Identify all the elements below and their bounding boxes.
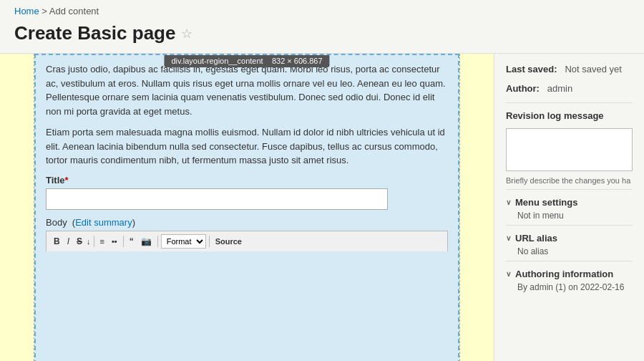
editor-toolbar: B I S ↓ ≡ •• “ 📷 Format Source xyxy=(46,231,448,251)
author-label: Author: xyxy=(506,83,540,94)
left-gutter xyxy=(0,54,34,361)
content-region: div.layout-region__content 832 × 606.867… xyxy=(34,54,459,361)
authoring-section: ∨ Authoring information By admin (1) on … xyxy=(506,261,633,292)
url-alias-header[interactable]: ∨ URL alias xyxy=(506,233,633,244)
url-alias-section: ∨ URL alias No alias xyxy=(506,225,633,256)
revision-note: Briefly describe the changes you ha xyxy=(506,176,633,185)
bold-button[interactable]: B xyxy=(51,235,63,248)
author-value: admin xyxy=(547,83,572,94)
right-gutter xyxy=(459,54,494,361)
sidebar: Last saved: Not saved yet Author: admin … xyxy=(494,54,644,361)
url-alias-value: No alias xyxy=(506,246,633,256)
blockquote-button[interactable]: “ xyxy=(127,235,137,248)
divider-4 xyxy=(209,236,210,247)
region-tooltip: div.layout-region__content 832 × 606.867 xyxy=(164,54,329,67)
source-button[interactable]: Source xyxy=(213,236,245,247)
breadcrumb: Home > Add content xyxy=(0,0,644,19)
breadcrumb-separator: > xyxy=(42,6,47,16)
url-alias-label: URL alias xyxy=(515,233,557,244)
format-select[interactable]: Format xyxy=(161,234,206,249)
authoring-chevron-icon: ∨ xyxy=(506,270,511,278)
body-label: Body (Edit summary) xyxy=(46,217,448,228)
breadcrumb-current: Add content xyxy=(49,6,99,16)
breadcrumb-home[interactable]: Home xyxy=(14,6,39,16)
divider-3 xyxy=(157,236,158,247)
menu-settings-value: Not in menu xyxy=(506,211,633,221)
page-title: Create Basic page xyxy=(14,22,175,44)
italic-button[interactable]: I xyxy=(64,235,72,248)
favorite-icon[interactable]: ☆ xyxy=(181,26,192,42)
last-saved-label: Last saved: xyxy=(506,64,557,74)
page-title-bar: Create Basic page ☆ xyxy=(0,19,644,54)
divider-1 xyxy=(94,236,94,247)
divider-2 xyxy=(123,236,124,247)
revision-textarea[interactable] xyxy=(506,128,633,171)
paragraph-2: Etiam porta sem malesuada magna mollis e… xyxy=(46,125,448,168)
image-button[interactable]: 📷 xyxy=(138,235,155,248)
menu-settings-section: ∨ Menu settings Not in menu xyxy=(506,189,633,221)
title-label: Title* xyxy=(46,175,448,186)
strikethrough-button[interactable]: S xyxy=(74,235,85,248)
subscript-icon: ↓ xyxy=(87,237,91,246)
authoring-header[interactable]: ∨ Authoring information xyxy=(506,269,633,279)
edit-summary-link[interactable]: Edit summary xyxy=(75,217,132,228)
unordered-list-button[interactable]: •• xyxy=(109,235,120,248)
menu-settings-header[interactable]: ∨ Menu settings xyxy=(506,197,633,208)
required-marker: * xyxy=(65,175,69,186)
author-row: Author: admin xyxy=(506,83,633,94)
menu-settings-label: Menu settings xyxy=(515,197,577,208)
menu-chevron-icon: ∨ xyxy=(506,198,511,206)
ordered-list-button[interactable]: ≡ xyxy=(97,235,107,248)
authoring-label: Authoring information xyxy=(515,269,613,279)
revision-section: Revision log message Briefly describe th… xyxy=(506,102,633,185)
url-chevron-icon: ∨ xyxy=(506,234,511,242)
title-input[interactable] xyxy=(46,188,388,210)
main-layout: div.layout-region__content 832 × 606.867… xyxy=(0,54,644,361)
last-saved-row: Last saved: Not saved yet xyxy=(506,64,633,74)
authoring-value: By admin (1) on 2022-02-16 xyxy=(506,282,633,292)
paragraph-1: Cras justo odio, dapibus ac facilisis in… xyxy=(46,62,448,118)
last-saved-value: Not saved yet xyxy=(565,64,622,74)
revision-label: Revision log message xyxy=(506,110,633,121)
